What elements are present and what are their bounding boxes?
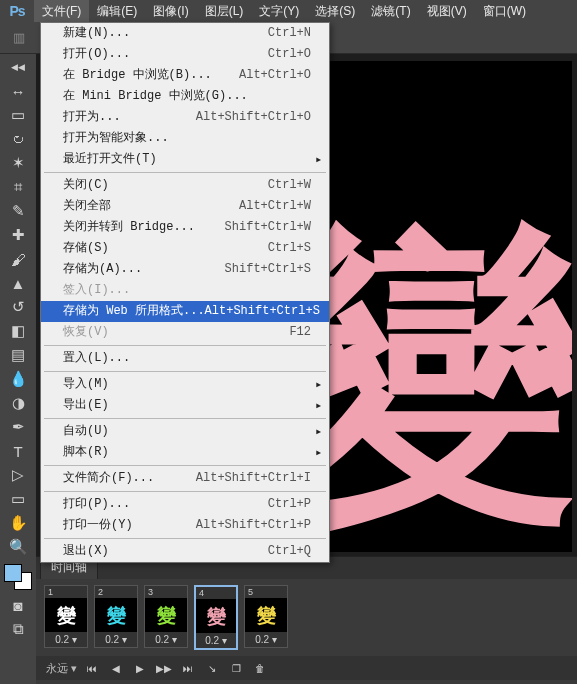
menu-item-label: 文件简介(F)... — [63, 470, 196, 487]
tool-gradient[interactable]: ▤ — [5, 344, 31, 366]
tool-history[interactable]: ↺ — [5, 296, 31, 318]
menu-edit[interactable]: 编辑(E) — [89, 0, 145, 22]
menu-item-shortcut: Ctrl+P — [268, 496, 311, 513]
frame-thumbnail: 變 — [245, 598, 287, 632]
first-frame-button[interactable]: ⏮ — [83, 660, 101, 676]
menu-item-shortcut: Alt+Ctrl+W — [239, 198, 311, 215]
tween-button[interactable]: ↘ — [203, 660, 221, 676]
last-frame-button[interactable]: ⏭ — [179, 660, 197, 676]
menu-view[interactable]: 视图(V) — [419, 0, 475, 22]
menu-item-label: 恢复(V) — [63, 324, 289, 341]
tool-blur[interactable]: 💧 — [5, 368, 31, 390]
menu-item[interactable]: 在 Bridge 中浏览(B)...Alt+Ctrl+O — [41, 65, 329, 86]
menu-item[interactable]: 新建(N)...Ctrl+N — [41, 23, 329, 44]
frame-duration[interactable]: 0.2 ▾ — [245, 632, 287, 647]
menu-item[interactable]: 自动(U) — [41, 421, 329, 442]
menu-item[interactable]: 关闭并转到 Bridge...Shift+Ctrl+W — [41, 217, 329, 238]
frame-thumbnail: 變 — [145, 598, 187, 632]
frame-duration[interactable]: 0.2 ▾ — [196, 633, 236, 648]
prev-frame-button[interactable]: ◀ — [107, 660, 125, 676]
menu-item[interactable]: 在 Mini Bridge 中浏览(G)... — [41, 86, 329, 107]
menu-filter[interactable]: 滤镜(T) — [363, 0, 418, 22]
frame-number: 2 — [95, 586, 137, 598]
loop-select[interactable]: 永远 ▾ — [46, 661, 77, 676]
tool-hand[interactable]: ✋ — [5, 512, 31, 534]
timeline-frame[interactable]: 4變0.2 ▾ — [194, 585, 238, 650]
frame-duration[interactable]: 0.2 ▾ — [45, 632, 87, 647]
timeline-frame[interactable]: 2變0.2 ▾ — [94, 585, 138, 648]
menu-item[interactable]: 关闭全部Alt+Ctrl+W — [41, 196, 329, 217]
menu-image[interactable]: 图像(I) — [145, 0, 196, 22]
play-button[interactable]: ▶ — [131, 660, 149, 676]
tool-brush[interactable]: 🖌 — [5, 248, 31, 270]
menu-item-label: 置入(L)... — [63, 350, 311, 367]
menu-type[interactable]: 文字(Y) — [251, 0, 307, 22]
menu-item[interactable]: 脚本(R) — [41, 442, 329, 463]
menu-separator — [44, 172, 326, 173]
menu-item[interactable]: 文件简介(F)...Alt+Shift+Ctrl+I — [41, 468, 329, 489]
menu-item[interactable]: 存储(S)Ctrl+S — [41, 238, 329, 259]
menu-item[interactable]: 存储为(A)...Shift+Ctrl+S — [41, 259, 329, 280]
menu-window[interactable]: 窗口(W) — [475, 0, 534, 22]
timeline-frame[interactable]: 5變0.2 ▾ — [244, 585, 288, 648]
foreground-color-swatch[interactable] — [4, 564, 22, 582]
menu-item[interactable]: 关闭(C)Ctrl+W — [41, 175, 329, 196]
menu-layer[interactable]: 图层(L) — [197, 0, 252, 22]
frame-duration[interactable]: 0.2 ▾ — [95, 632, 137, 647]
new-frame-button[interactable]: ❐ — [227, 660, 245, 676]
menu-item-label: 退出(X) — [63, 543, 268, 560]
menu-item[interactable]: 退出(X)Ctrl+Q — [41, 541, 329, 562]
tool-stamp[interactable]: ▲ — [5, 272, 31, 294]
tool-shape[interactable]: ▭ — [5, 488, 31, 510]
menu-item-label: 打开为智能对象... — [63, 130, 311, 147]
tool-crop[interactable]: ⌗ — [5, 176, 31, 198]
frame-thumbnail: 變 — [196, 599, 236, 633]
menu-item[interactable]: 存储为 Web 所用格式...Alt+Shift+Ctrl+S — [41, 301, 329, 322]
menu-item[interactable]: 导出(E) — [41, 395, 329, 416]
next-frame-button[interactable]: ▶▶ — [155, 660, 173, 676]
menu-select[interactable]: 选择(S) — [307, 0, 363, 22]
frame-duration[interactable]: 0.2 ▾ — [145, 632, 187, 647]
menu-file[interactable]: 文件(F) — [34, 0, 89, 22]
tool-magic-wand[interactable]: ✶ — [5, 152, 31, 174]
tool-dodge[interactable]: ◑ — [5, 392, 31, 414]
menu-separator — [44, 491, 326, 492]
quickmask-icon[interactable]: ◙ — [5, 594, 31, 616]
menu-item-label: 最近打开文件(T) — [63, 151, 308, 168]
tool-zoom[interactable]: 🔍 — [5, 536, 31, 558]
menu-item[interactable]: 最近打开文件(T) — [41, 149, 329, 170]
frame-thumbnail: 變 — [45, 598, 87, 632]
menu-item[interactable]: 打印一份(Y)Alt+Shift+Ctrl+P — [41, 515, 329, 536]
toolbar-collapse-icon[interactable]: ◀◀ — [5, 56, 31, 78]
color-swatches[interactable] — [4, 560, 32, 592]
tool-eyedropper[interactable]: ✎ — [5, 200, 31, 222]
menu-item[interactable]: 打开(O)...Ctrl+O — [41, 44, 329, 65]
menu-item[interactable]: 打开为...Alt+Shift+Ctrl+O — [41, 107, 329, 128]
frame-number: 5 — [245, 586, 287, 598]
delete-frame-button[interactable]: 🗑 — [251, 660, 269, 676]
tool-eraser[interactable]: ◧ — [5, 320, 31, 342]
menu-item-label: 自动(U) — [63, 423, 308, 440]
tool-move[interactable]: ↔ — [5, 80, 31, 102]
tool-pen[interactable]: ✒ — [5, 416, 31, 438]
menu-item[interactable]: 置入(L)... — [41, 348, 329, 369]
timeline-frame[interactable]: 3變0.2 ▾ — [144, 585, 188, 648]
menu-item[interactable]: 打开为智能对象... — [41, 128, 329, 149]
menu-item-shortcut: Alt+Shift+Ctrl+I — [196, 470, 311, 487]
menu-item-label: 导出(E) — [63, 397, 308, 414]
menubar: Ps 文件(F)编辑(E)图像(I)图层(L)文字(Y)选择(S)滤镜(T)视图… — [0, 0, 577, 22]
menu-item-label: 打印(P)... — [63, 496, 268, 513]
menu-item[interactable]: 打印(P)...Ctrl+P — [41, 494, 329, 515]
tool-type-tool[interactable]: T — [5, 440, 31, 462]
menu-separator — [44, 465, 326, 466]
menu-item-shortcut: Alt+Shift+Ctrl+S — [205, 303, 320, 320]
tool-lasso[interactable]: ౿ — [5, 128, 31, 150]
tool-path-sel[interactable]: ▷ — [5, 464, 31, 486]
timeline-frame[interactable]: 1變0.2 ▾ — [44, 585, 88, 648]
menu-item[interactable]: 导入(M) — [41, 374, 329, 395]
menu-separator — [44, 371, 326, 372]
tool-marquee[interactable]: ▭ — [5, 104, 31, 126]
option-doc-icon[interactable]: ▥ — [8, 27, 30, 49]
tool-healing[interactable]: ✚ — [5, 224, 31, 246]
screenmode-icon[interactable]: ⧉ — [5, 618, 31, 640]
